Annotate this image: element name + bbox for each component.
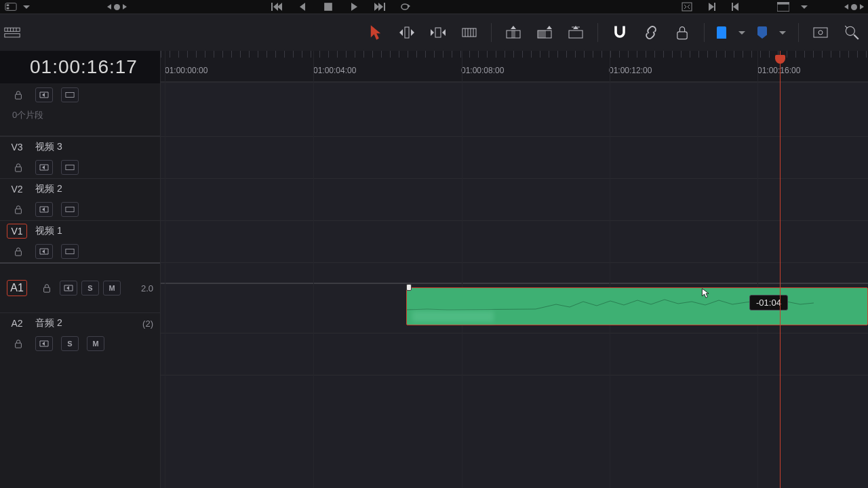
timeline-area[interactable]: 01:00:00:0001:00:04:0001:00:08:0001:00:1… — [161, 51, 868, 488]
svg-rect-31 — [435, 28, 441, 37]
view-mode-dropdown-icon[interactable] — [23, 5, 30, 9]
replace-clip-icon[interactable] — [566, 23, 585, 42]
lock-track-icon[interactable] — [9, 336, 27, 351]
track-header-v2[interactable]: V2 视频 2 — [0, 179, 160, 199]
svg-marker-4 — [273, 3, 278, 11]
svg-marker-5 — [277, 3, 282, 11]
svg-rect-71 — [16, 343, 22, 348]
track-header-a2[interactable]: A2 音频 2 (2) — [0, 313, 160, 333]
selection-tool-icon[interactable] — [366, 23, 385, 42]
zoom-detail-icon[interactable] — [842, 23, 861, 42]
transport-controls — [270, 1, 412, 12]
track-number[interactable]: V1 — [7, 224, 27, 239]
svg-marker-9 — [374, 3, 379, 11]
mute-button[interactable]: M — [103, 281, 121, 296]
lock-track-icon[interactable] — [9, 160, 27, 175]
play-icon[interactable] — [347, 1, 361, 12]
snapping-icon[interactable] — [610, 23, 629, 42]
history-fwd-icon[interactable] — [123, 4, 127, 9]
svg-marker-26 — [371, 25, 380, 40]
stop-icon[interactable] — [321, 1, 335, 12]
lock-icon[interactable] — [673, 23, 692, 42]
rec-fwd-icon[interactable] — [860, 4, 864, 9]
track-name: 视频 2 — [35, 183, 62, 195]
separator — [704, 23, 705, 42]
master-timecode[interactable]: 01:00:16:17 — [0, 51, 160, 83]
track-header-v1[interactable]: V1 视频 1 — [0, 221, 160, 241]
svg-rect-20 — [5, 28, 20, 31]
mute-button[interactable]: M — [87, 336, 104, 351]
view-mode-icon[interactable] — [4, 1, 18, 12]
marker-dropdown-icon[interactable] — [779, 31, 786, 35]
track-number: A2 — [7, 318, 27, 329]
track-header-v3[interactable]: V3 视频 3 — [0, 137, 160, 157]
layout-icon[interactable] — [776, 1, 790, 12]
auto-select-icon[interactable] — [35, 336, 53, 351]
clips-count-label: 0个片段 — [0, 104, 160, 121]
svg-rect-16 — [732, 3, 733, 11]
dynamic-trim-icon[interactable] — [429, 23, 448, 42]
match-frame-icon[interactable] — [680, 1, 694, 12]
track-view-icon[interactable] — [61, 244, 79, 259]
track-name: 视频 3 — [35, 141, 62, 153]
go-last-icon[interactable] — [373, 1, 387, 12]
auto-select-icon[interactable] — [35, 244, 53, 259]
solo-button[interactable]: S — [81, 281, 99, 296]
svg-marker-74 — [702, 289, 709, 298]
track-view-icon[interactable] — [61, 160, 79, 175]
marker-icon[interactable] — [757, 26, 767, 39]
time-ruler[interactable]: 01:00:00:0001:00:04:0001:00:08:0001:00:1… — [161, 51, 868, 82]
channel-count-label: (2) — [142, 319, 153, 329]
track-header-a1[interactable]: A1 S M 2.0 — [0, 264, 160, 312]
svg-rect-13 — [682, 3, 692, 11]
history-nav[interactable] — [107, 4, 127, 10]
svg-rect-3 — [271, 3, 273, 11]
svg-rect-39 — [511, 30, 515, 38]
overwrite-clip-icon[interactable] — [535, 23, 554, 42]
solo-button[interactable]: S — [61, 336, 79, 351]
blade-tool-icon[interactable] — [460, 23, 479, 42]
svg-rect-42 — [538, 30, 546, 38]
svg-rect-7 — [324, 3, 332, 11]
trim-tool-icon[interactable] — [397, 23, 416, 42]
svg-marker-40 — [511, 26, 516, 29]
auto-select-icon[interactable] — [35, 160, 53, 175]
history-back-icon[interactable] — [107, 4, 111, 9]
clip-fade-handle[interactable] — [406, 284, 412, 291]
svg-marker-14 — [709, 3, 714, 11]
go-first-icon[interactable] — [270, 1, 283, 12]
editing-toolbar — [0, 14, 868, 51]
rec-back-icon[interactable] — [844, 4, 848, 9]
svg-marker-12 — [408, 4, 410, 8]
insert-clip-icon[interactable] — [504, 23, 523, 42]
auto-select-icon[interactable] — [35, 87, 53, 102]
svg-rect-60 — [16, 209, 22, 214]
track-number[interactable]: A1 — [7, 280, 27, 296]
flag-blue-icon[interactable] — [717, 26, 726, 39]
step-back-icon[interactable] — [296, 1, 309, 12]
lock-track-icon[interactable] — [38, 281, 56, 296]
track-view-icon[interactable] — [61, 202, 79, 217]
prev-marker-icon[interactable] — [729, 1, 743, 12]
audio-clip[interactable] — [406, 287, 868, 325]
playhead[interactable] — [780, 51, 781, 488]
lock-track-icon[interactable] — [9, 87, 27, 102]
auto-select-icon[interactable] — [35, 202, 53, 217]
auto-select-icon[interactable] — [60, 281, 77, 296]
timeline-view-options-icon[interactable] — [3, 23, 22, 42]
link-icon[interactable] — [642, 23, 660, 42]
next-marker-icon[interactable] — [705, 1, 718, 12]
lock-track-icon[interactable] — [9, 244, 27, 259]
loop-icon[interactable] — [399, 1, 412, 12]
svg-rect-47 — [814, 28, 827, 37]
svg-marker-8 — [351, 3, 357, 11]
svg-marker-10 — [378, 3, 383, 11]
ruler-time-label: 01:00:04:00 — [313, 66, 356, 75]
track-header-panel: 01:00:16:17 0个片段 V3 视频 3 V2 视频 — [0, 51, 161, 488]
track-name: 视频 1 — [35, 225, 62, 237]
layout-dropdown-icon[interactable] — [801, 5, 808, 9]
track-view-icon[interactable] — [61, 87, 79, 102]
zoom-fit-icon[interactable] — [811, 23, 830, 42]
flag-dropdown-icon[interactable] — [738, 31, 745, 35]
lock-track-icon[interactable] — [9, 202, 27, 217]
